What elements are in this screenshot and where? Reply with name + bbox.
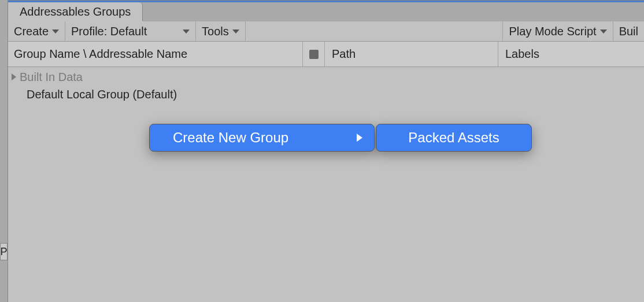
toolbar-spacer <box>246 21 504 41</box>
stub-label: P <box>1 246 8 258</box>
group-row-builtin[interactable]: Built In Data <box>8 68 644 86</box>
context-menu: Create New Group Packed Assets <box>149 124 532 152</box>
column-name-label: Group Name \ Addressable Name <box>14 47 187 61</box>
chevron-down-icon <box>600 30 607 34</box>
column-labels[interactable]: Labels <box>498 42 644 67</box>
triangle-right-icon <box>357 134 362 142</box>
tab-addressables-groups[interactable]: Addressables Groups <box>8 2 143 21</box>
column-headers: Group Name \ Addressable Name Path Label… <box>8 42 644 67</box>
column-labels-label: Labels <box>505 47 539 61</box>
profile-label: Profile: Default <box>71 25 147 38</box>
create-dropdown[interactable]: Create <box>8 21 65 41</box>
build-dropdown[interactable]: Buil <box>613 21 644 41</box>
chevron-down-icon <box>52 30 59 34</box>
chevron-down-icon <box>183 30 190 34</box>
menu-create-label: Create New Group <box>173 130 288 146</box>
profile-dropdown[interactable]: Profile: Default <box>65 21 196 41</box>
column-icon-header[interactable] <box>303 42 325 67</box>
tools-label: Tools <box>202 25 229 38</box>
build-label: Buil <box>619 25 638 38</box>
column-path-label: Path <box>332 47 356 61</box>
menu-packed-assets[interactable]: Packed Assets <box>376 124 532 152</box>
tab-bar: Addressables Groups <box>8 1 644 21</box>
puzzle-icon <box>309 50 319 59</box>
playmode-label: Play Mode Script <box>509 25 596 38</box>
builtin-label: Built In Data <box>20 71 83 84</box>
group-row-default[interactable]: Default Local Group (Default) <box>8 86 644 103</box>
default-label: Default Local Group (Default) <box>27 88 177 101</box>
toolbar: Create Profile: Default Tools Play Mode … <box>8 21 644 42</box>
groups-content[interactable]: Built In Data Default Local Group (Defau… <box>8 67 644 302</box>
playmode-dropdown[interactable]: Play Mode Script <box>503 21 613 41</box>
tab-label: Addressables Groups <box>20 5 131 19</box>
chevron-down-icon <box>232 30 239 34</box>
column-group-name[interactable]: Group Name \ Addressable Name <box>8 42 303 67</box>
menu-packed-label: Packed Assets <box>408 130 499 146</box>
triangle-right-icon <box>12 73 16 80</box>
create-label: Create <box>14 25 49 38</box>
column-path[interactable]: Path <box>325 42 498 67</box>
menu-create-new-group[interactable]: Create New Group <box>149 124 375 152</box>
left-panel-stub[interactable]: P <box>0 243 8 260</box>
tools-dropdown[interactable]: Tools <box>196 21 246 41</box>
